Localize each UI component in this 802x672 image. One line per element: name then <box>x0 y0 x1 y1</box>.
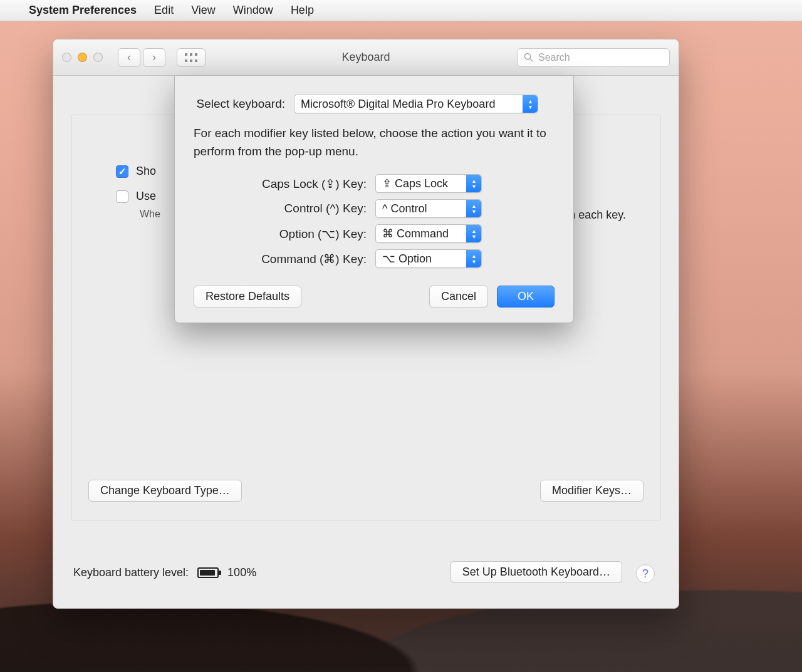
search-icon <box>524 53 533 62</box>
capslock-popup[interactable]: ⇪ Caps Lock <box>375 174 482 193</box>
ok-button[interactable]: OK <box>497 286 555 308</box>
capslock-value: ⇪ Caps Lock <box>382 177 448 190</box>
restore-defaults-button[interactable]: Restore Defaults <box>194 286 301 308</box>
checkbox-icon <box>116 190 128 203</box>
chevron-updown-icon <box>466 250 481 267</box>
titlebar: ‹ › Keyboard Search <box>53 39 679 76</box>
forward-button[interactable]: › <box>143 48 165 67</box>
help-button[interactable]: ? <box>636 564 655 583</box>
svg-rect-4 <box>190 59 192 62</box>
svg-rect-0 <box>185 53 187 56</box>
menu-edit[interactable]: Edit <box>154 4 174 17</box>
help-text-fragment-right: n each key. <box>569 209 626 222</box>
command-value: ⌥ Option <box>382 252 432 266</box>
capslock-label: Caps Lock (⇪) Key: <box>194 177 375 191</box>
checkbox-icon <box>116 165 128 178</box>
back-button[interactable]: ‹ <box>118 48 140 67</box>
cancel-button[interactable]: Cancel <box>429 286 488 308</box>
help-text-fragment-left: Whe <box>140 209 160 220</box>
chevron-updown-icon <box>466 200 481 217</box>
traffic-lights <box>62 53 103 62</box>
menu-window[interactable]: Window <box>233 4 273 17</box>
minimize-window-button[interactable] <box>78 53 87 62</box>
search-field[interactable]: Search <box>517 48 670 67</box>
svg-rect-1 <box>190 53 192 56</box>
svg-rect-5 <box>195 59 197 62</box>
change-keyboard-type-button[interactable]: Change Keyboard Type… <box>88 480 242 502</box>
option-value: ⌘ Command <box>382 227 449 240</box>
app-menu[interactable]: System Preferences <box>29 4 137 17</box>
chevron-updown-icon <box>466 175 481 192</box>
setup-bluetooth-keyboard-button[interactable]: Set Up Bluetooth Keyboard… <box>450 561 622 583</box>
svg-rect-3 <box>185 59 187 62</box>
menu-help[interactable]: Help <box>291 4 314 17</box>
control-label: Control (^) Key: <box>194 202 375 215</box>
nav-buttons: ‹ › <box>118 48 165 67</box>
checkbox-label: Use <box>136 190 156 203</box>
select-keyboard-popup[interactable]: Microsoft® Digital Media Pro Keyboard <box>294 95 538 113</box>
search-placeholder: Search <box>538 52 570 63</box>
battery-percent: 100% <box>227 566 256 579</box>
select-keyboard-label: Select keyboard: <box>194 97 294 111</box>
command-popup[interactable]: ⌥ Option <box>375 249 482 268</box>
checkbox-use-fkeys[interactable]: Use <box>116 190 156 203</box>
chevron-updown-icon <box>466 225 481 242</box>
show-all-button[interactable] <box>177 48 206 67</box>
sheet-instruction: For each modifier key listed below, choo… <box>194 125 555 160</box>
battery-label: Keyboard battery level: <box>73 566 189 579</box>
checkbox-label: Sho <box>136 165 156 178</box>
svg-rect-2 <box>195 53 197 56</box>
control-value: ^ Control <box>382 202 427 215</box>
select-keyboard-value: Microsoft® Digital Media Pro Keyboard <box>301 98 495 111</box>
menu-view[interactable]: View <box>191 4 216 17</box>
command-label: Command (⌘) Key: <box>194 252 375 266</box>
menubar: System Preferences Edit View Window Help <box>0 0 802 21</box>
svg-point-6 <box>524 53 530 59</box>
battery-status: Keyboard battery level: 100% <box>73 566 256 579</box>
option-popup[interactable]: ⌘ Command <box>375 224 482 243</box>
close-window-button[interactable] <box>62 53 71 62</box>
option-label: Option (⌥) Key: <box>194 227 375 241</box>
modifier-keys-sheet: Select keyboard: Microsoft® Digital Medi… <box>174 75 574 323</box>
control-popup[interactable]: ^ Control <box>375 199 482 218</box>
zoom-window-button[interactable] <box>93 53 103 62</box>
grid-icon <box>185 53 197 62</box>
modifier-keys-button[interactable]: Modifier Keys… <box>540 480 643 502</box>
svg-line-7 <box>530 59 533 61</box>
chevron-updown-icon <box>523 95 538 113</box>
battery-icon <box>197 567 219 578</box>
checkbox-show-keyboard[interactable]: Sho <box>116 165 156 178</box>
